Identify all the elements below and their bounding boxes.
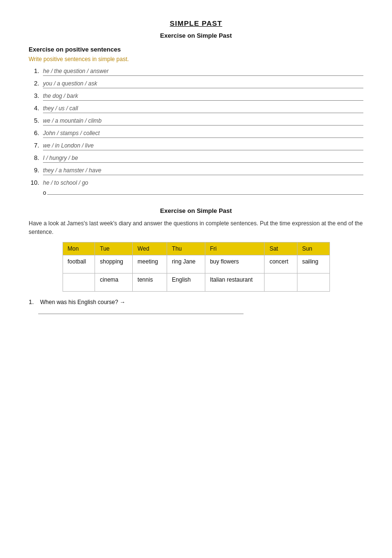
list-item: 3. the dog / bark [29, 92, 363, 104]
subtitle: Exercise on Simple Past [29, 32, 363, 39]
cell-sun-r1: sailing [297, 255, 329, 274]
table-header-row: Mon Tue Wed Thu Fri Sat Sun [63, 242, 329, 255]
cell-sun-r2 [297, 274, 329, 292]
col-header-fri: Fri [205, 242, 265, 255]
cell-thu-r1: ring Jane [167, 255, 205, 274]
item-prompt: they / us / call [43, 105, 129, 112]
item-prompt: he / the question / answer [43, 68, 129, 74]
item-prompt: John / stamps / collect [43, 130, 129, 137]
list-item: 10. he / to school / go o [29, 179, 363, 198]
answer-line [43, 75, 363, 76]
cell-fri-r1: buy flowers [205, 255, 265, 274]
item-prompt: the dog / bark [43, 93, 129, 99]
exercise1-heading: Exercise on positive sentences [29, 46, 363, 53]
answer-line [43, 88, 363, 88]
item-prompt: we / in London / live [43, 142, 129, 149]
cell-tue-r1: shopping [95, 255, 133, 274]
cell-sat-r2 [265, 274, 297, 292]
cell-sat-r1: concert [265, 255, 297, 274]
item-prompt: they / a hamster / have [43, 167, 129, 174]
item10-o-char: o [43, 190, 46, 196]
item-number: 10. [29, 179, 41, 186]
item-number: 9. [29, 167, 41, 174]
item-prompt: he / to school / go [43, 179, 129, 186]
question-answer-line [38, 306, 244, 314]
answer-line [43, 175, 363, 175]
exercise1-section: Exercise on positive sentences Write pos… [29, 46, 363, 198]
exercise2-instruction: Have a look at James's last week's diary… [29, 219, 363, 236]
cell-wed-r1: meeting [133, 255, 167, 274]
cell-thu-r2: English [167, 274, 205, 292]
item-prompt: I / hungry / be [43, 155, 129, 161]
cell-mon-r1: football [63, 255, 95, 274]
exercise2-title: Exercise on Simple Past [29, 207, 363, 214]
answer-line [43, 162, 363, 163]
col-header-sat: Sat [265, 242, 297, 255]
table-row: football shopping meeting ring Jane buy … [63, 255, 329, 274]
item-number: 7. [29, 142, 41, 149]
list-item: 4. they / us / call [29, 105, 363, 116]
answer-line [43, 113, 363, 113]
list-item: 6. John / stamps / collect [29, 129, 363, 141]
list-item: 2. you / a question / ask [29, 80, 363, 91]
question-text: When was his English course? → [40, 299, 126, 305]
questions-section: 1. When was his English course? → [29, 298, 363, 314]
cell-fri-r2: Italian restaurant [205, 274, 265, 292]
diary-table: Mon Tue Wed Thu Fri Sat Sun football sho… [63, 242, 330, 292]
answer-line [43, 100, 363, 101]
exercise1-instruction: Write positive sentences in simple past. [29, 56, 363, 63]
list-item: 7. we / in London / live [29, 142, 363, 153]
question-number: 1. [29, 298, 38, 305]
list-item: 9. they / a hamster / have [29, 167, 363, 178]
item-prompt: you / a question / ask [43, 80, 129, 87]
col-header-thu: Thu [167, 242, 205, 255]
page-title: SIMPLE PAST [29, 19, 363, 27]
cell-wed-r2: tennis [133, 274, 167, 292]
item-number: 1. [29, 67, 41, 74]
answer-line [43, 137, 363, 138]
col-header-wed: Wed [133, 242, 167, 255]
col-header-mon: Mon [63, 242, 95, 255]
question-item: 1. When was his English course? → [29, 298, 363, 314]
item-number: 5. [29, 117, 41, 124]
list-item: 5. we / a mountain / climb [29, 117, 363, 128]
item-number: 6. [29, 129, 41, 137]
col-header-tue: Tue [95, 242, 133, 255]
list-item: 1. he / the question / answer [29, 67, 363, 79]
cell-mon-r2 [63, 274, 95, 292]
item-prompt: we / a mountain / climb [43, 117, 129, 124]
answer-line [43, 150, 363, 150]
answer-line [43, 125, 363, 126]
col-header-sun: Sun [297, 242, 329, 255]
item-number: 4. [29, 105, 41, 112]
list-item: 8. I / hungry / be [29, 154, 363, 166]
item-number: 8. [29, 154, 41, 161]
item-number: 2. [29, 80, 41, 87]
exercise2-section: Exercise on Simple Past Have a look at J… [29, 207, 363, 314]
answer-line [47, 187, 363, 195]
item-number: 3. [29, 92, 41, 99]
cell-tue-r2: cinema [95, 274, 133, 292]
table-row: cinema tennis English Italian restaurant [63, 274, 329, 292]
exercise1-list: 1. he / the question / answer 2. you / a… [29, 67, 363, 198]
